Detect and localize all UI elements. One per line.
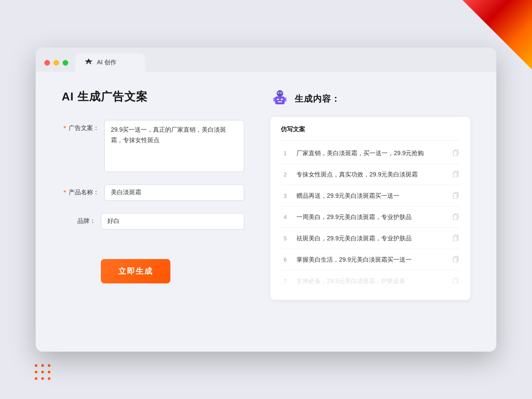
svg-rect-17 bbox=[453, 172, 457, 177]
copy-button[interactable] bbox=[452, 276, 460, 286]
results-list: 1厂家直销，美白淡斑霜，买一送一，29.9元抢购 2专抹女性斑点，真实功效，29… bbox=[281, 143, 460, 291]
result-row: 2专抹女性斑点，真实功效，29.9元美白淡斑霜 bbox=[281, 164, 460, 185]
row-number: 1 bbox=[281, 150, 289, 156]
traffic-light-green[interactable] bbox=[63, 60, 68, 66]
row-number: 2 bbox=[281, 171, 289, 178]
svg-rect-8 bbox=[277, 99, 279, 100]
svg-rect-6 bbox=[279, 95, 281, 96]
row-text: 女神必备，29.9元美白淡斑霜，护肤必备 bbox=[296, 276, 445, 286]
svg-point-13 bbox=[279, 91, 281, 93]
generate-button[interactable]: 立即生成 bbox=[101, 259, 170, 283]
left-panel: AI 生成广告文案 ＊广告文案： 29.9买一送一，真正的厂家直销，美白淡斑霜，… bbox=[62, 89, 244, 300]
row-text: 祛斑美白，29.9元美白淡斑霜，专业护肤品 bbox=[296, 234, 445, 243]
svg-rect-10 bbox=[278, 101, 282, 102]
brand-input[interactable] bbox=[101, 213, 244, 229]
generate-button-wrapper: 立即生成 bbox=[62, 242, 244, 283]
svg-text:AI: AI bbox=[87, 61, 90, 64]
svg-rect-21 bbox=[453, 215, 457, 220]
ad-copy-textarea[interactable]: 29.9买一送一，真正的厂家直销，美白淡斑霜，专抹女性斑点 bbox=[104, 120, 244, 172]
result-row: 7女神必备，29.9元美白淡斑霜，护肤必备 bbox=[281, 270, 460, 291]
result-title: 生成内容： bbox=[295, 93, 340, 105]
row-text: 赠品再送，29.9元美白淡斑霜买一送一 bbox=[296, 191, 445, 200]
svg-rect-12 bbox=[285, 97, 286, 102]
tab-title-label: AI 创作 bbox=[97, 59, 116, 66]
product-name-required: ＊ bbox=[62, 189, 68, 196]
browser-tab[interactable]: AI AI 创作 bbox=[75, 53, 145, 72]
svg-point-4 bbox=[279, 93, 279, 93]
svg-rect-23 bbox=[453, 236, 457, 241]
svg-point-5 bbox=[281, 93, 282, 93]
browser-window: AI AI 创作 AI 生成广告文案 ＊广告文案： 29.9买一送一，真正的厂家… bbox=[36, 47, 496, 352]
tab-ai-icon: AI bbox=[84, 58, 93, 67]
result-row: 5祛斑美白，29.9元美白淡斑霜，专业护肤品 bbox=[281, 228, 460, 249]
browser-chrome: AI AI 创作 bbox=[36, 47, 496, 72]
row-text: 厂家直销，美白淡斑霜，买一送一，29.9元抢购 bbox=[296, 149, 445, 158]
right-panel: 生成内容： 仿写文案 1厂家直销，美白淡斑霜，买一送一，29.9元抢购 2专抹女… bbox=[270, 89, 470, 300]
svg-rect-7 bbox=[275, 96, 285, 104]
row-text: 专抹女性斑点，真实功效，29.9元美白淡斑霜 bbox=[296, 170, 445, 179]
ad-copy-label: ＊广告文案： bbox=[62, 120, 104, 132]
product-name-input[interactable] bbox=[104, 184, 244, 201]
traffic-light-red[interactable] bbox=[44, 60, 50, 66]
svg-rect-9 bbox=[281, 99, 283, 100]
row-number: 7 bbox=[281, 278, 289, 284]
traffic-lights bbox=[44, 60, 68, 72]
svg-rect-19 bbox=[453, 193, 457, 199]
svg-rect-27 bbox=[453, 279, 457, 284]
result-row: 1厂家直销，美白淡斑霜，买一送一，29.9元抢购 bbox=[281, 143, 460, 164]
form-group-brand: 品牌： bbox=[62, 213, 244, 229]
row-number: 4 bbox=[281, 214, 289, 220]
robot-icon bbox=[270, 89, 289, 108]
copy-button[interactable] bbox=[452, 212, 460, 222]
form-group-ad-copy: ＊广告文案： 29.9买一送一，真正的厂家直销，美白淡斑霜，专抹女性斑点 bbox=[62, 120, 244, 172]
row-number: 6 bbox=[281, 256, 289, 263]
result-row: 4一周美白，29.9元美白淡斑霜，专业护肤品 bbox=[281, 206, 460, 228]
copy-button[interactable] bbox=[452, 255, 460, 264]
svg-rect-11 bbox=[273, 97, 275, 102]
brand-label: 品牌： bbox=[62, 213, 101, 225]
row-number: 3 bbox=[281, 193, 289, 199]
product-name-label: ＊产品名称： bbox=[62, 184, 104, 196]
result-table-header: 仿写文案 bbox=[281, 126, 460, 141]
traffic-light-yellow[interactable] bbox=[53, 60, 59, 66]
result-row: 3赠品再送，29.9元美白淡斑霜买一送一 bbox=[281, 185, 460, 206]
browser-content: AI 生成广告文案 ＊广告文案： 29.9买一送一，真正的厂家直销，美白淡斑霜，… bbox=[36, 72, 496, 317]
corner-decoration-bl bbox=[35, 364, 87, 390]
result-row: 6掌握美白生活，29.9元美白淡斑霜买一送一 bbox=[281, 249, 460, 270]
row-text: 一周美白，29.9元美白淡斑霜，专业护肤品 bbox=[296, 213, 445, 222]
svg-rect-25 bbox=[453, 257, 457, 263]
svg-rect-15 bbox=[453, 151, 457, 156]
copy-button[interactable] bbox=[452, 170, 460, 179]
ad-copy-required: ＊ bbox=[62, 124, 68, 131]
result-header: 生成内容： bbox=[270, 89, 470, 108]
copy-button[interactable] bbox=[452, 191, 460, 200]
row-number: 5 bbox=[281, 235, 289, 242]
result-card: 仿写文案 1厂家直销，美白淡斑霜，买一送一，29.9元抢购 2专抹女性斑点，真实… bbox=[270, 117, 470, 300]
copy-button[interactable] bbox=[452, 233, 460, 243]
row-text: 掌握美白生活，29.9元美白淡斑霜买一送一 bbox=[296, 255, 445, 264]
form-group-product-name: ＊产品名称： bbox=[62, 184, 244, 201]
page-title: AI 生成广告文案 bbox=[62, 89, 244, 104]
copy-button[interactable] bbox=[452, 148, 460, 158]
